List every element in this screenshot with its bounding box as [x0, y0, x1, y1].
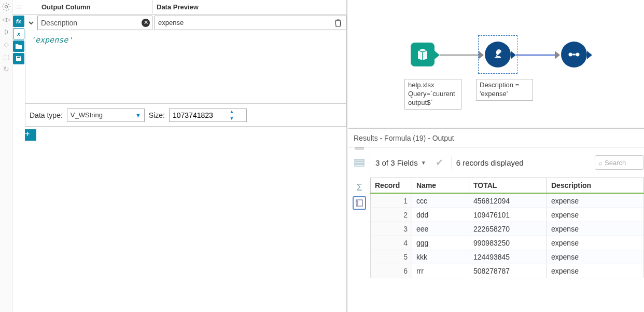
- spinner-down-icon[interactable]: ▼: [227, 115, 237, 122]
- save-icon[interactable]: [13, 53, 24, 64]
- cell-record: 4: [371, 236, 412, 250]
- cell-name: eee: [412, 222, 469, 236]
- refresh-icon[interactable]: ↻: [1, 63, 12, 75]
- col-name[interactable]: Name: [412, 178, 469, 194]
- x-variables-icon[interactable]: x: [13, 28, 24, 39]
- chevron-down-icon: ▼: [135, 112, 141, 118]
- folder-icon[interactable]: [13, 40, 24, 52]
- datatype-value: V_WString: [71, 111, 103, 119]
- output-anchor-icon[interactable]: [587, 51, 592, 59]
- field-row: ✕ expense: [12, 15, 346, 31]
- svg-rect-5: [355, 159, 364, 161]
- expression-tool-icons: fx x: [12, 15, 25, 65]
- cell-description: expense: [547, 222, 644, 236]
- browse-tool[interactable]: [561, 42, 587, 67]
- table-row[interactable]: 5kkk124493845expense: [371, 250, 644, 264]
- results-grid-area: Σ Record Name TOTAL Description 1ccc4568…: [348, 178, 644, 278]
- table-row[interactable]: 3eee222658270expense: [371, 222, 644, 236]
- cell-name: kkk: [412, 250, 469, 264]
- xml-icon[interactable]: ⟨⟩: [1, 26, 12, 37]
- cell-total: 124493845: [469, 250, 547, 264]
- app-left-rail: ◁▷ ⟨⟩ ◇ ⬚ ↻: [0, 0, 12, 312]
- output-anchor-icon[interactable]: [435, 51, 440, 59]
- search-placeholder: Search: [605, 159, 626, 167]
- sigma-icon[interactable]: Σ: [353, 181, 366, 194]
- divider: [452, 156, 452, 169]
- workflow-canvas[interactable]: help.xlsx Query=`cuurent output$` Descri…: [348, 0, 644, 129]
- table-row[interactable]: 4ggg990983250expense: [371, 236, 644, 250]
- drag-grip-icon[interactable]: [12, 0, 25, 14]
- fx-functions-icon[interactable]: fx: [13, 16, 24, 27]
- spinner-up-icon[interactable]: ▲: [227, 108, 237, 115]
- results-pane-title: Results - Formula (19) - Output: [348, 129, 644, 147]
- datatype-select[interactable]: V_WString ▼: [67, 108, 145, 122]
- cell-description: expense: [547, 264, 644, 278]
- diamond-icon[interactable]: ◇: [1, 38, 12, 50]
- formula-tool-label: Description = 'expense': [476, 79, 533, 101]
- clear-field-icon[interactable]: ✕: [142, 19, 150, 27]
- results-side-icons: [348, 147, 370, 178]
- input-data-tool[interactable]: [411, 43, 435, 66]
- delete-expression-icon[interactable]: [334, 19, 343, 27]
- output-column-input[interactable]: [41, 16, 138, 30]
- formula-tool[interactable]: [485, 42, 511, 67]
- grid-mode-icons: Σ: [348, 178, 370, 312]
- rows-view-icon[interactable]: [353, 157, 366, 169]
- output-column-input-wrap: ✕: [37, 16, 152, 30]
- connection-line[interactable]: [440, 55, 479, 56]
- cell-description: expense: [547, 208, 644, 222]
- gear-icon[interactable]: [1, 1, 12, 12]
- svg-rect-1: [17, 57, 20, 58]
- arrows-icon[interactable]: ◁▷: [1, 13, 12, 25]
- fields-dropdown[interactable]: 3 of 3 Fields ▼: [370, 158, 431, 167]
- cell-name: ggg: [412, 236, 469, 250]
- results-table: Record Name TOTAL Description 1ccc456812…: [370, 178, 644, 278]
- input-anchor-icon[interactable]: [555, 51, 560, 59]
- chevron-down-icon: ▼: [421, 160, 426, 166]
- size-input-wrap: ▲ ▼: [169, 108, 247, 122]
- header-output-column: Output Column: [37, 0, 152, 14]
- cell-name: ccc: [412, 194, 469, 208]
- cell-record: 6: [371, 264, 412, 278]
- output-anchor-icon[interactable]: [511, 51, 516, 59]
- cell-record: 5: [371, 250, 412, 264]
- cell-record: 3: [371, 222, 412, 236]
- records-displayed-text: 6 records displayed: [456, 158, 524, 167]
- header-data-preview: Data Preview: [152, 0, 346, 14]
- svg-point-0: [5, 6, 7, 8]
- col-description[interactable]: Description: [547, 178, 644, 194]
- table-row[interactable]: 1ccc456812094expense: [371, 194, 644, 208]
- expression-editor[interactable]: 'expense': [25, 31, 346, 104]
- config-header-row: Output Column Data Preview: [12, 0, 346, 15]
- datatype-label: Data type:: [30, 111, 63, 119]
- add-expression-row: +: [25, 127, 346, 142]
- cell-name: ddd: [412, 208, 469, 222]
- table-row[interactable]: 2ddd109476101expense: [371, 208, 644, 222]
- col-record[interactable]: Record: [371, 178, 412, 194]
- preview-value-text: expense: [158, 19, 184, 26]
- size-input[interactable]: [170, 111, 227, 119]
- cell-total: 222658270: [469, 222, 547, 236]
- cell-record: 2: [371, 208, 412, 222]
- col-total[interactable]: TOTAL: [469, 178, 547, 194]
- svg-point-4: [576, 53, 580, 57]
- apply-check-icon[interactable]: ✔: [436, 157, 443, 168]
- cell-view-icon[interactable]: [353, 196, 366, 210]
- cell-record: 1: [371, 194, 412, 208]
- cell-total: 508278787: [469, 264, 547, 278]
- cube-icon[interactable]: ⬚: [1, 51, 12, 62]
- expression-text: 'expense': [31, 35, 73, 45]
- cell-total: 109476101: [469, 208, 547, 222]
- results-search-input[interactable]: ⌕ Search: [595, 155, 644, 170]
- cell-total: 990983250: [469, 236, 547, 250]
- connection-line[interactable]: [516, 55, 555, 56]
- size-label: Size:: [149, 111, 165, 119]
- table-row[interactable]: 6rrr508278787expense: [371, 264, 644, 278]
- svg-point-2: [496, 51, 499, 55]
- collapse-chevron-icon[interactable]: [25, 0, 37, 14]
- add-expression-button[interactable]: +: [25, 129, 36, 141]
- formula-config-panel: Output Column Data Preview ✕ expense fx …: [12, 0, 347, 312]
- expand-chevron-icon[interactable]: [25, 20, 37, 26]
- input-tool-label: help.xlsx Query=`cuurent output$`: [404, 79, 461, 110]
- svg-rect-6: [355, 162, 364, 164]
